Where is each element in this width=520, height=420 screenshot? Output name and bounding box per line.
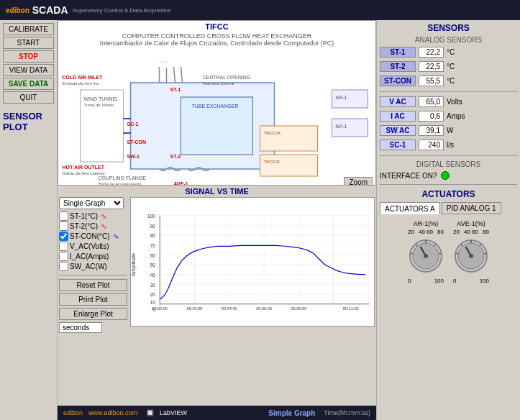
sensor-check-swac: SW_AC(W) [59,262,127,271]
enlarge-plot-button[interactable]: Enlarge Plot [59,308,127,320]
graph-type-select[interactable]: Single Graph [59,197,124,209]
st1-sensor-value: 22,2 [419,47,444,58]
chart-plot-area: 100 90 80 70 60 50 40 30 20 10 0 Amplitu… [130,197,375,327]
footer-bar: edibon www.edibon.com 🔲 LabVIEW Simple G… [58,406,376,420]
edibon-label: edibon [6,6,29,14]
start-button[interactable]: START [3,37,54,49]
st2-icon: ∿ [101,222,106,230]
quit-button[interactable]: QUIT [3,91,54,104]
svg-text:ST-CON: ST-CON [127,140,146,145]
svg-text:00:06:00: 00:06:00 [256,306,272,311]
diagram-svg: WIND TUNNEL Tunel de Viento TUBE EXCHANG… [58,47,375,186]
swac-checkbox[interactable] [59,262,68,271]
vac-sensor-value: 65,0 [419,96,444,107]
svg-text:Abertura Central: Abertura Central [203,81,234,86]
svg-text:AR-1: AR-1 [336,124,347,129]
iac-sensor-label: I AC [380,111,416,122]
stcon-checkbox[interactable] [59,232,68,241]
svg-text:00:08:00: 00:08:00 [291,306,306,311]
print-plot-button[interactable]: Print Plot [59,293,127,306]
knob-row: AR-1(%) 20 40 60 80 [380,220,517,284]
vac-unit: Volts [447,98,468,106]
chart-section: SIGNAL VS TIME Single Graph ST-1(°C) ∿ [58,186,376,406]
sensors-title: SENSORS [380,23,517,33]
diagram-title: TIFCC [58,21,375,32]
sensors-subtitle: ANALOG SENSORS [380,36,517,44]
pid-analog-tab[interactable]: PID ANALOG 1 [442,202,501,214]
svg-point-91 [469,254,473,258]
signal-title: SIGNAL VS TIME [59,187,375,196]
diagram-subtitle2: Intercambiador de Calor de Flujos Cruzad… [58,40,375,47]
svg-text:10: 10 [150,300,156,305]
svg-text:HOT AIR OUTLET: HOT AIR OUTLET [63,165,105,170]
seconds-field[interactable] [59,322,102,333]
ave1-scale-top: 20 40 60 80 [453,229,489,235]
iac-unit: Amps [447,112,468,120]
main-layout: CALIBRATE START STOP VIEW DATA SAVE DATA… [0,20,520,420]
svg-text:00:04:00: 00:04:00 [222,306,237,311]
svg-text:Brida de Acoplamiento: Brida de Acoplamiento [99,182,142,186]
st2-checkbox[interactable] [59,222,68,231]
sensor-check-st2: ST-2(°C) ∿ [59,222,127,231]
svg-text:SW-1: SW-1 [127,154,140,159]
actuators-a-tab[interactable]: ACTUATORS A [380,202,440,214]
svg-text:Amplitude: Amplitude [131,253,137,276]
st1-unit: °C [447,48,468,56]
svg-line-78 [438,253,441,254]
chart-area-wrapper: Single Graph ST-1(°C) ∿ ST-2(°C) ∿ [59,197,375,333]
svg-text:SC-1: SC-1 [127,122,139,127]
sensor-check-iac: I_AC(Amps) [59,252,127,261]
interface-label: INTERFACE ON? [380,172,437,180]
stcon-sensor-value: 55,5 [419,76,444,86]
st2-sensor-label: ST-2 [380,61,416,72]
ave1-knob-label: AVE-1(%) [457,220,485,227]
svg-text:CENTRAL OPENING: CENTRAL OPENING [203,75,251,80]
ar1-knob-label: AR-1(%) [414,220,439,227]
svg-line-80 [410,253,413,254]
labview-icon: 🔲 [146,409,154,416]
chart-svg: 100 90 80 70 60 50 40 30 20 10 0 Amplitu… [131,198,374,326]
svg-rect-9 [260,155,318,176]
sensor-checklist: ST-1(°C) ∿ ST-2(°C) ∿ ST-CON(°C) ∿ [59,211,127,271]
sensor-row-st2: ST-2 22,5 °C [380,61,517,72]
svg-text:40: 40 [150,273,156,278]
sensor-plot-label: SENSOR PLOT [3,111,54,132]
right-panel: SENSORS ANALOG SENSORS ST-1 22,2 °C ST-2… [376,20,520,420]
diagram-area: TIFCC COMPUTER CONTROLLED CROSS FLOW HEA… [58,20,376,186]
stcon-label: ST-CON(°C) [70,232,110,240]
svg-text:Entrada de Aire frio: Entrada de Aire frio [63,81,100,86]
vac-checkbox[interactable] [59,242,68,251]
svg-text:00:00:00: 00:00:00 [152,306,168,311]
interface-row: INTERFACE ON? [380,171,517,180]
st2-label: ST-2(°C) [70,222,98,230]
swac-unit: W [447,127,468,134]
st1-label: ST-1(°C) [70,212,98,220]
ave1-knob-svg [452,237,491,276]
sensor-check-st1: ST-1(°C) ∿ [59,211,127,221]
svg-text:↓↓↓↓: ↓↓↓↓ [160,59,168,63]
reset-plot-button[interactable]: Reset Plot [59,279,127,291]
sc1-sensor-value: 240 [419,140,444,150]
stop-button[interactable]: STOP [3,50,54,63]
view-data-button[interactable]: VIEW DATA [3,64,54,76]
zoom-button[interactable]: Zoom [344,177,373,186]
iac-checkbox[interactable] [59,252,68,261]
st2-sensor-value: 22,5 [419,61,444,72]
vac-sensor-label: V AC [380,96,416,107]
sensor-row-sc1: SC-1 240 l/s [380,140,517,150]
svg-text:ST-1: ST-1 [170,87,181,92]
calibrate-button[interactable]: CALIBRATE [3,23,54,35]
svg-text:00:02:00: 00:02:00 [187,306,203,311]
svg-text:50: 50 [150,262,156,268]
simple-graph-label: Simple Graph [268,409,315,417]
stcon-sensor-label: ST-CON [380,76,416,86]
save-data-button[interactable]: SAVE DATA [3,78,54,90]
interface-led [441,171,450,180]
swac-sensor-value: 39,1 [419,125,444,136]
svg-rect-7 [260,126,318,151]
svg-text:90: 90 [150,224,156,229]
scada-subtitle: Supervisory Control & Data Acquisition [73,7,171,14]
sensor-row-vac: V AC 65,0 Volts [380,96,517,107]
st1-checkbox[interactable] [59,211,68,221]
swac-label: SW_AC(W) [70,262,107,270]
